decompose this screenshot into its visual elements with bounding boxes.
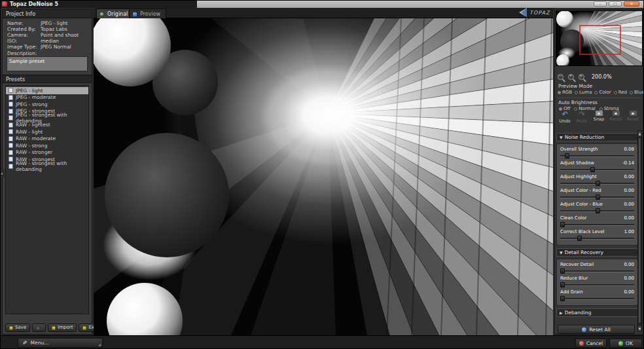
document-icon [9,150,13,155]
radio-option-red[interactable]: Red [614,90,627,95]
reset-button: Reset [624,111,641,124]
project-info-row: Camera:Point and shoot [3,32,92,38]
slider-thumb[interactable] [560,222,565,227]
preset-item-jpeg-strong[interactable]: JPEG - strong [6,101,88,108]
snap-button[interactable]: Snap [590,111,607,124]
export-icon [82,326,86,330]
import-preset-button[interactable]: Import [48,323,77,332]
description-field[interactable]: Sample preset [7,56,88,71]
section-header-noise-reduction[interactable]: ▼Noise Reduction [556,133,638,141]
preset-item-raw-strongest-with-debanding[interactable]: RAW - strongest with debanding [6,163,88,170]
section-header-detail-recovery[interactable]: ▼Detail Recovery [556,248,638,257]
slider-thumb[interactable] [560,296,565,301]
radio-option-blue[interactable]: Blue [630,90,644,95]
document-icon [9,88,13,93]
slider-track[interactable] [560,153,634,158]
zoom-fit-icon[interactable]: • [568,74,574,80]
topaz-logo-text: TOPAZ [529,10,550,16]
info-value: Topaz Labs [41,26,92,32]
menu-label: Menu... [31,340,49,346]
slider-track[interactable] [560,296,634,301]
document-icon [9,115,13,120]
slider-track[interactable] [560,194,634,200]
slider-label: Adjust Highlight [560,174,597,180]
save-preset-button[interactable]: Save [5,323,30,332]
save-label: Save [15,324,26,331]
slider-value: 0.00 [624,289,634,295]
zoom-out-icon[interactable]: − [558,74,564,80]
slider-value: 0.00 [624,262,634,268]
adjustment-sections: ▼Noise ReductionOverall Strength0.08Adju… [556,130,638,321]
slider-thumb[interactable] [565,153,569,158]
cancel-button[interactable]: Cancel [575,339,607,348]
slider-value: 0.00 [624,215,634,221]
preset-item-raw-strong[interactable]: RAW - strong [6,142,88,149]
slider-thumb[interactable] [596,208,600,213]
radio-option-luma[interactable]: Luma [575,90,592,95]
undo-button[interactable]: ↶Undo [556,111,573,124]
camera-icon [630,111,637,116]
slider-thumb[interactable] [577,236,582,241]
menu-corner-arrow-icon: ◢ [98,342,101,346]
maximize-button[interactable]: □ [609,1,622,7]
radio-option-rgb[interactable]: RGB [558,90,572,95]
info-label: Created By: [3,26,41,32]
minimize-button[interactable]: – [594,1,607,7]
main-preview-image[interactable] [94,18,553,335]
slider-track[interactable] [560,222,634,227]
radio-label: Luma [579,90,592,95]
section-toggle-icon: ▼ [560,134,563,141]
slider-thumb[interactable] [560,268,565,274]
preset-item-jpeg-moderate[interactable]: JPEG - moderate [6,94,88,101]
slider-caption-row: Adjust Color - Blue0.00 [560,202,634,208]
left-panel: Project Info Name:JPEG - lightCreated By… [2,9,92,335]
scrollbar-thumb[interactable] [638,138,641,323]
menu-button[interactable]: ✎ Menu... ◢ [18,338,103,348]
description-label: Description: [7,50,37,56]
slider-track[interactable] [560,181,634,186]
slider-track[interactable] [560,268,634,274]
slider-thumb[interactable] [560,282,565,287]
slider-row-overall-strength: Overall Strength0.08 [560,147,634,158]
scroll-down-icon[interactable]: ▼ [638,326,641,331]
navigator-thumbnail[interactable] [556,10,643,66]
document-icon [9,129,13,134]
slider-track[interactable] [560,208,634,213]
left-panel-collapse-handle[interactable]: ◂ [1,170,5,177]
preset-label: RAW - stronger [16,149,52,155]
preset-label: RAW - lightest [16,122,50,128]
camera-icon [613,111,620,116]
section-header-debanding[interactable]: ▶Debanding [556,308,638,317]
slider-thumb[interactable] [596,181,600,186]
slider-track[interactable] [560,282,634,287]
preset-item-jpeg-strongest-with-debanding[interactable]: JPEG - strongest with debanding [6,115,88,122]
ok-button[interactable]: OK [609,339,642,348]
tab-preview[interactable]: Preview [129,9,166,18]
slider-label: Reduce Blur [560,276,588,282]
app-icon [2,1,7,7]
info-label: Camera: [3,32,41,38]
slider-thumb[interactable] [590,167,595,172]
preset-item-raw-light[interactable]: RAW - light [6,128,88,136]
slider-track[interactable] [560,167,634,172]
radio-option-color[interactable]: Color [594,90,611,95]
preset-item-jpeg-light[interactable]: JPEG - light [6,87,88,94]
slider-value: -0.14 [622,160,634,166]
preset-item-raw-stronger[interactable]: RAW - stronger [6,149,88,156]
scroll-up-icon[interactable]: ▲ [638,131,641,136]
preset-item-raw-moderate[interactable]: RAW - moderate [6,136,88,143]
radio-icon [574,107,577,111]
preset-label: RAW - strong [16,143,47,149]
tab-original[interactable]: Original [96,9,134,18]
tool-label: Recall [609,117,622,122]
settings-scrollbar[interactable]: ▲ ▼ [637,130,642,332]
slider-row-recover-detail: Recover Detail0.00 [560,262,634,274]
slider-track[interactable] [560,236,634,241]
project-info-row: Image Type:JPEG Normal [3,44,92,50]
zoom-in-icon[interactable]: + [579,74,584,80]
reset-all-button[interactable]: Reset All [558,325,635,334]
slider-thumb[interactable] [596,194,600,200]
close-button[interactable]: ✕ [624,1,639,7]
tool-label: Reset [627,117,639,122]
slider-caption-row: Overall Strength0.08 [560,147,634,153]
